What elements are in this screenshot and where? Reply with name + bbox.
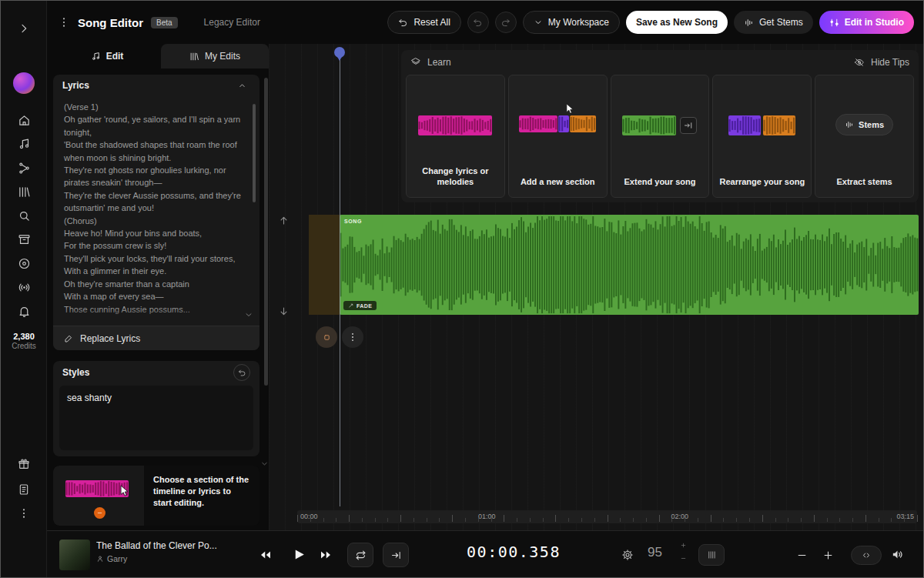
save-as-new-song-button[interactable]: Save as New Song [626, 11, 728, 34]
scroll-up-button[interactable] [278, 215, 290, 226]
time-ruler[interactable]: 00:0001:0002:0003:15 [297, 510, 917, 523]
ruler-tick [827, 518, 828, 522]
ruler-tick [323, 518, 324, 522]
ruler-tick [336, 518, 336, 522]
tip-text: Choose a section of the timeline or lyri… [144, 466, 259, 526]
credits-indicator[interactable]: 2,380 Credits [1, 332, 47, 350]
nav-docs[interactable] [1, 483, 47, 496]
learn-card-extend-song[interactable]: Extend your song [611, 75, 710, 198]
learn-card-extract-stems[interactable]: Stems Extract stems [815, 75, 914, 198]
ruler-tick [801, 518, 802, 522]
nav-home[interactable] [1, 114, 47, 127]
reset-styles-button[interactable] [233, 364, 250, 381]
learn-card-add-section[interactable]: Add a new section [508, 75, 608, 198]
undo-icon [473, 18, 483, 28]
workspace-dropdown[interactable]: My Workspace [523, 11, 620, 34]
undo-button[interactable] [467, 12, 489, 33]
ruler-tick [879, 518, 879, 522]
fade-icon [348, 302, 354, 309]
timeline-nav-buttons[interactable] [851, 546, 882, 565]
cursor-icon [565, 103, 574, 115]
expand-sidebar-button[interactable] [1, 22, 47, 35]
styles-input[interactable]: sea shanty [59, 386, 253, 450]
gift-icon [18, 458, 30, 470]
nav-explore[interactable] [1, 257, 47, 270]
legacy-editor-link[interactable]: Legacy Editor [204, 17, 260, 28]
ruler-tick [465, 518, 466, 522]
bpm-decrease-button[interactable] [680, 555, 687, 562]
next-button[interactable] [318, 548, 333, 562]
undo-icon [398, 18, 408, 28]
volume-button[interactable] [891, 548, 904, 561]
layers-icon [410, 57, 421, 68]
get-stems-button[interactable]: Get Stems [734, 11, 813, 34]
nav-notifications[interactable] [1, 305, 47, 318]
section-tool-button[interactable] [316, 326, 337, 348]
ruler-tick [891, 518, 892, 522]
rail-more-button[interactable] [1, 507, 47, 520]
nav-radio[interactable] [1, 281, 47, 294]
ruler-tick [814, 515, 815, 522]
music-note-icon [91, 52, 101, 62]
editor-menu-button[interactable] [58, 16, 70, 28]
previous-button[interactable] [258, 548, 273, 562]
cursor-icon [119, 485, 129, 497]
ruler-tick [568, 518, 569, 522]
ruler-tick [413, 518, 414, 522]
fade-handle[interactable]: FADE [343, 301, 377, 310]
panel-scroll-down-icon[interactable] [260, 459, 269, 468]
piano-roll-toggle[interactable] [698, 544, 725, 566]
volume-icon [891, 548, 904, 561]
learn-card-change-lyrics[interactable]: Change lyrics or melodies [406, 75, 505, 198]
album-art[interactable] [59, 540, 90, 570]
ruler-label: 02:00 [671, 513, 688, 520]
redo-button[interactable] [495, 12, 517, 33]
playback-settings-button[interactable] [621, 549, 634, 561]
tab-my-edits[interactable]: My Edits [161, 44, 269, 68]
green-waveform [622, 115, 676, 135]
lyrics-scrollbar[interactable] [253, 104, 256, 202]
bell-icon [18, 305, 31, 318]
zoom-out-button[interactable] [791, 544, 812, 566]
user-avatar[interactable] [1, 72, 47, 94]
playhead-marker[interactable] [334, 47, 345, 58]
nav-search[interactable] [1, 209, 47, 222]
follow-playhead-button[interactable] [383, 543, 409, 567]
replace-lyrics-button[interactable]: Replace Lyrics [53, 326, 259, 350]
nav-create[interactable] [1, 138, 47, 151]
zoom-in-button[interactable] [817, 544, 839, 566]
collapse-lyrics-button[interactable] [233, 77, 250, 94]
box-icon [18, 233, 31, 246]
ruler-tick [581, 518, 582, 522]
ruler-tick [775, 518, 776, 522]
lyrics-scroll-down-icon[interactable] [244, 310, 253, 319]
stems-button[interactable]: Stems [835, 114, 893, 135]
reset-all-button[interactable]: Reset All [387, 11, 460, 34]
arrow-down-icon [278, 306, 290, 317]
fast-forward-icon [318, 548, 333, 562]
library-icon [18, 185, 31, 199]
tab-edit[interactable]: Edit [53, 44, 161, 68]
loop-button[interactable] [347, 543, 373, 567]
scroll-down-button[interactable] [278, 306, 290, 317]
intro-section[interactable] [309, 215, 340, 315]
person-icon [96, 555, 104, 563]
panel-scrollbar[interactable] [264, 78, 268, 386]
play-button[interactable] [292, 547, 306, 562]
edit-in-studio-button[interactable]: Edit in Studio [819, 11, 914, 34]
lyrics-text[interactable]: (Verse 1) Oh gather 'round, ye sailors, … [53, 98, 259, 326]
nav-rewards[interactable] [1, 458, 47, 470]
bpm-value[interactable]: 95 [648, 545, 662, 560]
ruler-tick [620, 518, 621, 522]
hide-tips-button[interactable]: Hide Tips [854, 57, 909, 68]
clip-menu-button[interactable] [342, 326, 363, 348]
nav-inbox[interactable] [1, 233, 47, 246]
nav-connections[interactable] [1, 162, 47, 175]
nav-library[interactable] [1, 185, 47, 199]
ruler-tick [917, 515, 918, 522]
bpm-increase-button[interactable] [680, 542, 687, 549]
learn-card-rearrange[interactable]: Rearrange your song [712, 75, 812, 198]
song-track-clip[interactable]: SONG FADE [340, 215, 919, 315]
purple-waveform [558, 115, 569, 132]
ruler-tick [852, 518, 853, 522]
